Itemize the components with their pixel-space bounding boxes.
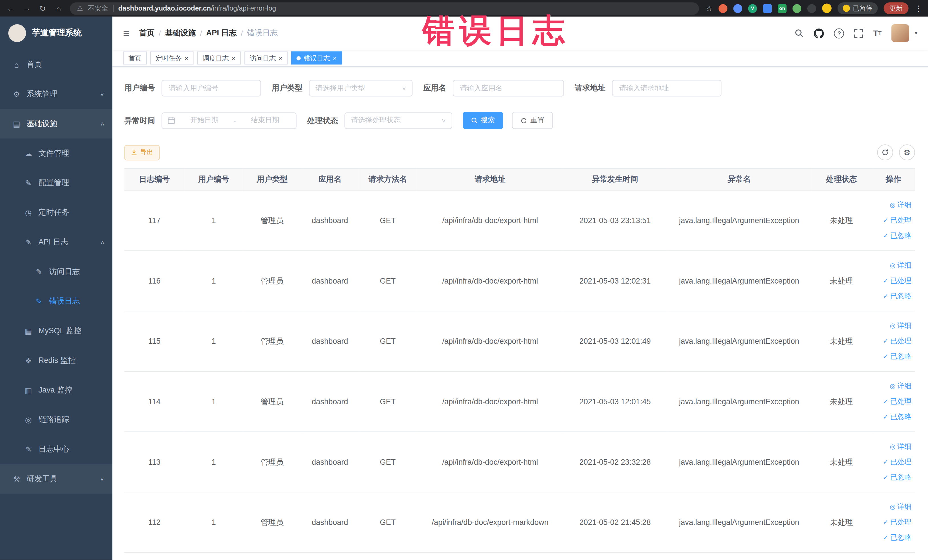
search-icon[interactable]: [795, 29, 804, 38]
sidebar-item-error-log[interactable]: ✎错误日志: [0, 287, 112, 316]
action-processed-link[interactable]: ✓已处理: [874, 213, 911, 228]
cell-method: GET: [359, 371, 417, 432]
mysql-icon: ▦: [24, 327, 33, 335]
reload-icon[interactable]: ↻: [38, 4, 47, 12]
exception-time-range-picker[interactable]: 开始日期 - 结束日期: [162, 112, 296, 129]
sidebar-item-job[interactable]: ◷定时任务: [0, 198, 112, 227]
sidebar-item-system[interactable]: ⚙系统管理>: [0, 79, 112, 109]
breadcrumb-item[interactable]: 首页: [139, 28, 155, 38]
paused-chip[interactable]: 已暂停: [838, 2, 878, 14]
extension-on-icon[interactable]: on: [778, 4, 786, 12]
breadcrumb-item[interactable]: API 日志: [206, 28, 237, 38]
user-avatar[interactable]: [891, 24, 909, 42]
process-status-select[interactable]: 请选择处理状态 >: [344, 112, 452, 129]
cell-status: 未处理: [811, 251, 872, 311]
sidebar-item-file[interactable]: ☁文件管理: [0, 138, 112, 168]
sidebar-item-config[interactable]: ✎配置管理: [0, 168, 112, 198]
navbar: ≡ 首页/基础设施/API 日志/错误日志 ? TT ▾: [112, 17, 928, 50]
action-ignored-link[interactable]: ✓已忽略: [874, 409, 911, 425]
tab-close-icon[interactable]: ×: [185, 55, 188, 61]
extension-adblock-icon[interactable]: [719, 4, 728, 12]
sidebar-item-label: 文件管理: [38, 148, 69, 159]
back-icon[interactable]: ←: [6, 4, 15, 12]
tags-view: 首页定时任务×调度日志×访问日志×错误日志×: [112, 50, 928, 67]
chevron-down-icon[interactable]: ▾: [914, 30, 917, 36]
check-icon: ✓: [883, 337, 888, 345]
cell-status: 未处理: [811, 311, 872, 371]
column-header-user-id: 用户编号: [185, 168, 243, 190]
cell-id: 116: [124, 251, 185, 311]
cell-url: /api/infra/db-doc/export-html: [417, 251, 563, 311]
sidebar-item-home[interactable]: ⌂首页: [0, 50, 112, 79]
extension-drop-icon[interactable]: [733, 4, 742, 12]
fullscreen-icon[interactable]: [855, 29, 863, 38]
browser-menu-icon[interactable]: ⋮: [914, 4, 922, 12]
tab-close-icon[interactable]: ×: [232, 55, 235, 61]
action-detail-link[interactable]: ◎详细: [874, 378, 911, 394]
request-url-input[interactable]: [612, 80, 722, 96]
chevron-up-icon: >: [99, 240, 106, 244]
tab-home[interactable]: 首页: [123, 51, 147, 64]
action-ignored-link[interactable]: ✓已忽略: [874, 228, 911, 244]
tab-error-log[interactable]: 错误日志×: [291, 51, 342, 64]
extension-leaf-icon[interactable]: [792, 4, 801, 12]
export-button[interactable]: 导出: [124, 145, 160, 160]
address-bar[interactable]: ⚠ 不安全 dashboard.yudao.iocoder.cn/infra/l…: [70, 2, 699, 15]
sidebar-item-api-log[interactable]: ✎API 日志>: [0, 227, 112, 257]
action-detail-link[interactable]: ◎详细: [874, 258, 911, 273]
tab-job[interactable]: 定时任务×: [150, 51, 194, 64]
tab-close-icon[interactable]: ×: [279, 55, 282, 61]
update-button[interactable]: 更新: [884, 2, 908, 14]
cell-status: 未处理: [811, 432, 872, 492]
action-processed-link[interactable]: ✓已处理: [874, 334, 911, 349]
sidebar-item-redis[interactable]: ❖Redis 监控: [0, 346, 112, 375]
sidebar-item-trace[interactable]: ◎链路追踪: [0, 405, 112, 435]
action-detail-link[interactable]: ◎详细: [874, 197, 911, 213]
sidebar-toggle-icon[interactable]: ≡: [123, 27, 130, 38]
action-detail-link[interactable]: ◎详细: [874, 318, 911, 334]
bookmark-star-icon[interactable]: ☆: [706, 4, 713, 12]
user-id-input[interactable]: [162, 80, 261, 96]
action-ignored-link[interactable]: ✓已忽略: [874, 530, 911, 545]
github-icon[interactable]: [814, 28, 824, 38]
sidebar-item-log-center[interactable]: ✎日志中心: [0, 435, 112, 464]
action-processed-link[interactable]: ✓已处理: [874, 273, 911, 288]
column-header-exception: 异常名: [667, 168, 812, 190]
tab-close-icon[interactable]: ×: [333, 55, 337, 61]
sidebar-item-label: 系统管理: [26, 89, 57, 99]
action-detail-link[interactable]: ◎详细: [874, 499, 911, 515]
forward-icon[interactable]: →: [22, 4, 31, 12]
page-url: dashboard.yudao.iocoder.cn/infra/log/api…: [118, 5, 276, 12]
search-button[interactable]: 搜索: [463, 112, 503, 129]
app-name-input[interactable]: [453, 80, 564, 96]
action-processed-link[interactable]: ✓已处理: [874, 515, 911, 530]
sidebar-item-mysql[interactable]: ▦MySQL 监控: [0, 316, 112, 346]
breadcrumb-item[interactable]: 基础设施: [165, 28, 196, 38]
tab-job-log[interactable]: 调度日志×: [197, 51, 241, 64]
sidebar-item-devtools[interactable]: ⚒研发工具>: [0, 464, 112, 494]
sidebar-item-access-log[interactable]: ✎访问日志: [0, 257, 112, 287]
help-icon[interactable]: ?: [834, 28, 844, 38]
extension-grid-icon[interactable]: [763, 4, 772, 12]
action-processed-link[interactable]: ✓已处理: [874, 394, 911, 409]
refresh-button[interactable]: [877, 144, 893, 160]
cell-user-id: 1: [185, 251, 243, 311]
reset-button[interactable]: 重置: [512, 112, 553, 129]
action-detail-link[interactable]: ◎详细: [874, 439, 911, 454]
action-processed-link[interactable]: ✓已处理: [874, 454, 911, 470]
action-ignored-link[interactable]: ✓已忽略: [874, 470, 911, 485]
extension-dark-icon[interactable]: [807, 4, 816, 12]
font-size-icon[interactable]: TT: [873, 29, 882, 38]
check-icon: ✓: [883, 458, 888, 466]
column-settings-button[interactable]: ⚙: [899, 144, 915, 160]
sidebar-item-java[interactable]: ▥Java 监控: [0, 375, 112, 405]
sidebar-item-infra[interactable]: ▤基础设施>: [0, 109, 112, 139]
user-type-select[interactable]: 请选择用户类型 >: [309, 80, 412, 96]
extension-v-icon[interactable]: V: [748, 4, 757, 12]
home-icon[interactable]: ⌂: [54, 4, 63, 12]
browser-profile-avatar[interactable]: [822, 3, 832, 13]
tab-access-log[interactable]: 访问日志×: [244, 51, 288, 64]
action-ignored-link[interactable]: ✓已忽略: [874, 349, 911, 364]
emoji-icon: [843, 5, 850, 12]
action-ignored-link[interactable]: ✓已忽略: [874, 288, 911, 304]
